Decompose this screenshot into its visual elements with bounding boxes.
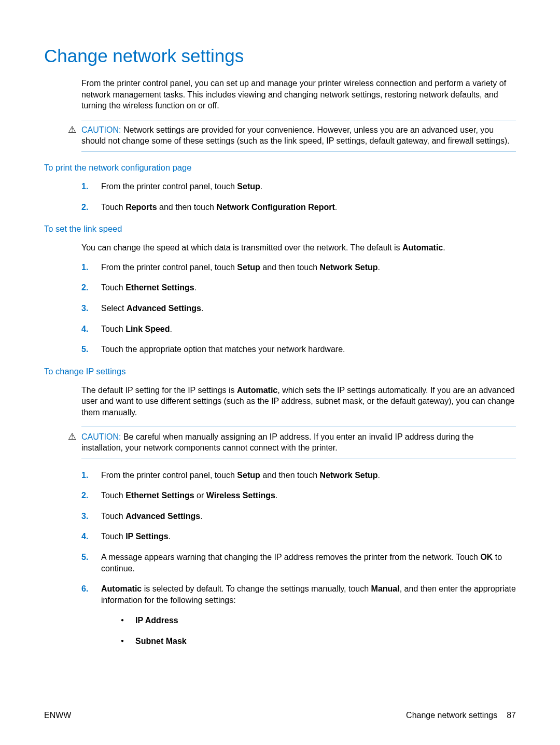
footer-section-name: Change network settings — [406, 711, 497, 720]
footer-page-number: 87 — [507, 711, 516, 720]
step-bold: Wireless Settings — [206, 491, 275, 500]
section-heading-3: To change IP settings — [44, 367, 516, 376]
step-text: . — [378, 471, 380, 480]
list-item: 4. Touch Link Speed. — [81, 324, 516, 335]
step-number: 2. — [81, 202, 88, 213]
step-text: Touch — [101, 325, 125, 333]
step-text: Touch the appropriate option that matche… — [101, 345, 345, 354]
page-footer: ENWW Change network settings 87 — [44, 711, 516, 720]
list-item: 6. Automatic is selected by default. To … — [81, 583, 516, 646]
list-item: 2. Touch Reports and then touch Network … — [81, 202, 516, 213]
caution-text: Be careful when manually assigning an IP… — [81, 432, 473, 453]
step-text: and then touch — [260, 471, 320, 480]
list-item: 3. Touch Advanced Settings. — [81, 511, 516, 522]
step-text: . — [170, 325, 172, 333]
step-bold: OK — [480, 553, 493, 561]
list-item: 2. Touch Ethernet Settings or Wireless S… — [81, 490, 516, 501]
step-text: . — [260, 182, 262, 191]
caution-text: Network settings are provided for your c… — [81, 125, 510, 146]
step-text: Select — [101, 304, 127, 313]
step-text: Touch — [101, 532, 125, 541]
text: The default IP setting for the IP settin… — [81, 386, 237, 395]
step-text: Touch — [101, 283, 125, 292]
step-text: Touch — [101, 512, 125, 521]
step-text: or — [194, 491, 206, 500]
step-number: 1. — [81, 470, 88, 481]
list-item: 5. Touch the appropriate option that mat… — [81, 344, 516, 355]
step-bold: Setup — [237, 263, 260, 272]
section-heading-2: To set the link speed — [44, 224, 516, 234]
list-item: 3. Select Advanced Settings. — [81, 303, 516, 314]
text: . — [443, 243, 445, 252]
step-bold: Advanced Settings — [125, 512, 200, 521]
step-bold: Automatic — [101, 584, 142, 593]
step-number: 1. — [81, 262, 88, 273]
step-bold: Setup — [237, 471, 260, 480]
step-text: Touch — [101, 203, 125, 212]
step-number: 5. — [81, 344, 88, 355]
list-item: 1. From the printer control panel, touch… — [81, 470, 516, 481]
step-number: 6. — [81, 583, 88, 595]
step-number: 2. — [81, 282, 88, 293]
step-text: and then touch — [260, 263, 320, 272]
sub-list-item: IP Address — [121, 615, 516, 626]
step-text: . — [275, 491, 277, 500]
sub-list-item: Subnet Mask — [121, 636, 516, 647]
step-number: 2. — [81, 490, 88, 501]
step-bold: IP Settings — [125, 532, 168, 541]
caution-label: CAUTION: — [81, 125, 121, 134]
step-bold: Link Speed — [125, 325, 170, 333]
steps-list-2: 1. From the printer control panel, touch… — [81, 262, 516, 355]
text-bold: Automatic — [237, 386, 277, 395]
step-bold: Ethernet Settings — [125, 283, 194, 292]
step-bold: Reports — [125, 203, 157, 212]
page-title: Change network settings — [44, 46, 516, 66]
step-number: 4. — [81, 324, 88, 335]
step-number: 3. — [81, 303, 88, 314]
step-bold: Advanced Settings — [127, 304, 201, 313]
body-paragraph: You can change the speed at which data i… — [81, 242, 516, 254]
list-item: 1. From the printer control panel, touch… — [81, 262, 516, 273]
step-number: 3. — [81, 511, 88, 522]
sub-item-text: IP Address — [135, 616, 178, 625]
step-text: A message appears warning that changing … — [101, 553, 480, 561]
step-text: . — [335, 203, 337, 212]
step-text: Touch — [101, 491, 125, 500]
text-bold: Automatic — [402, 243, 443, 252]
step-number: 4. — [81, 531, 88, 542]
list-item: 5. A message appears warning that changi… — [81, 552, 516, 574]
caution-label: CAUTION: — [81, 432, 121, 441]
step-text: From the printer control panel, touch — [101, 182, 237, 191]
step-text: . — [201, 304, 203, 313]
step-text: . — [194, 283, 197, 292]
body-paragraph: The default IP setting for the IP settin… — [81, 385, 516, 418]
document-page: Change network settings From the printer… — [0, 0, 560, 745]
step-text: . — [169, 532, 171, 541]
list-item: 1. From the printer control panel, touch… — [81, 181, 516, 192]
step-number: 5. — [81, 552, 88, 563]
step-bold: Manual — [371, 584, 400, 593]
warning-icon: ⚠ — [68, 430, 76, 443]
step-text: From the printer control panel, touch — [101, 471, 237, 480]
step-text: and then touch — [157, 203, 217, 212]
caution-box-2: ⚠ CAUTION: Be careful when manually assi… — [81, 427, 516, 458]
step-text: is selected by default. To change the se… — [142, 584, 371, 593]
sub-item-text: Subnet Mask — [135, 637, 187, 645]
step-bold: Network Setup — [320, 471, 378, 480]
footer-right: Change network settings 87 — [406, 711, 516, 720]
steps-list-1: 1. From the printer control panel, touch… — [81, 181, 516, 213]
caution-box-1: ⚠ CAUTION: Network settings are provided… — [81, 120, 516, 151]
text: You can change the speed at which data i… — [81, 243, 402, 252]
step-bold: Setup — [237, 182, 260, 191]
step-bold: Ethernet Settings — [125, 491, 194, 500]
sub-list: IP Address Subnet Mask — [121, 615, 516, 646]
step-bold: Network Configuration Report — [216, 203, 334, 212]
step-text: . — [200, 512, 202, 521]
list-item: 2. Touch Ethernet Settings. — [81, 282, 516, 293]
step-text: From the printer control panel, touch — [101, 263, 237, 272]
steps-list-3: 1. From the printer control panel, touch… — [81, 470, 516, 647]
footer-left: ENWW — [44, 711, 71, 720]
list-item: 4. Touch IP Settings. — [81, 531, 516, 542]
warning-icon: ⚠ — [68, 123, 76, 136]
step-text: . — [378, 263, 380, 272]
